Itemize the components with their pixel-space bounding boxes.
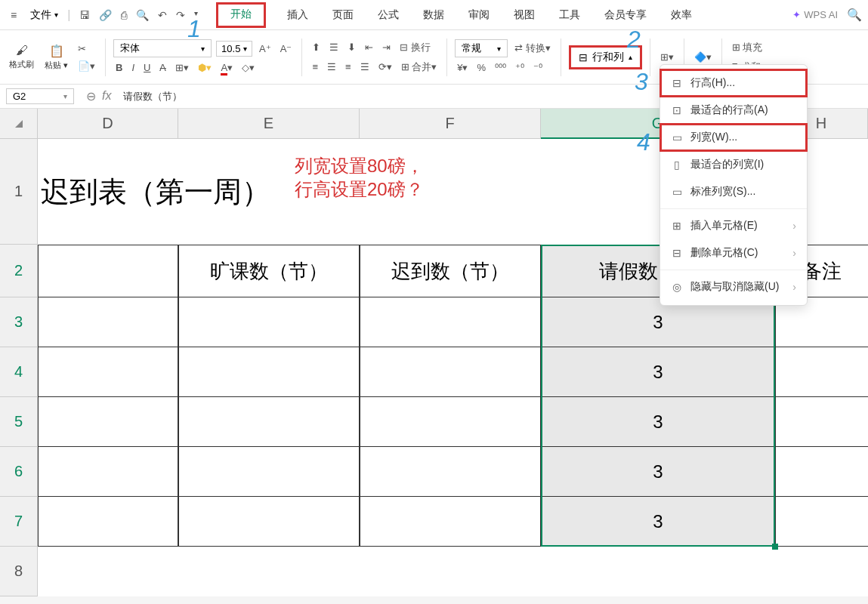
- cell-G6[interactable]: 3: [541, 447, 775, 497]
- dropdown-insert-cells[interactable]: ⊞插入单元格(E)›: [660, 212, 807, 239]
- tab-page[interactable]: 页面: [329, 2, 357, 28]
- align-left-icon[interactable]: ≡: [310, 60, 320, 74]
- cut-icon[interactable]: ✂: [76, 42, 97, 56]
- dropdown-row-height[interactable]: ⊟行高(H)...: [660, 69, 807, 97]
- undo-icon[interactable]: ↶: [158, 9, 167, 21]
- wps-ai-button[interactable]: ✦WPS AI: [792, 9, 838, 20]
- chevron-right-icon: ›: [792, 281, 796, 293]
- delete-cells-icon: ⊟: [671, 247, 683, 259]
- tab-efficiency[interactable]: 效率: [668, 2, 695, 28]
- increase-indent-icon[interactable]: ⇥: [380, 40, 393, 54]
- border-icon[interactable]: ⊞▾: [173, 60, 191, 75]
- quick-access-icons: 🖫 🔗 ⎙ 🔍 ↶ ↷ ▾: [73, 9, 204, 21]
- font-size-select[interactable]: 10.5▾: [216, 41, 252, 57]
- percent-icon[interactable]: %: [474, 60, 488, 75]
- align-center-icon[interactable]: ☰: [325, 60, 338, 74]
- worksheet-icon[interactable]: ⊞▾: [658, 50, 676, 64]
- comma-icon[interactable]: ⁰⁰⁰: [493, 60, 508, 75]
- format-painter-button[interactable]: 🖌格式刷: [6, 41, 37, 73]
- font-color-icon[interactable]: A▾: [218, 60, 235, 75]
- increase-decimal-icon[interactable]: ⁺⁰: [513, 60, 527, 75]
- dropdown-col-width[interactable]: ▭列宽(W)...: [660, 124, 807, 151]
- justify-icon[interactable]: ☰: [358, 60, 372, 74]
- increase-font-icon[interactable]: A⁺: [257, 42, 273, 56]
- convert-button[interactable]: ⇄ 转换▾: [512, 40, 553, 57]
- tab-review[interactable]: 审阅: [465, 2, 493, 28]
- row-header-4[interactable]: 4: [0, 347, 38, 397]
- chevron-down-icon[interactable]: ▾: [194, 9, 198, 21]
- merge-button[interactable]: ⊞ 合并▾: [399, 59, 440, 76]
- currency-icon[interactable]: ¥▾: [455, 60, 470, 75]
- row-header-1[interactable]: 1: [0, 139, 38, 245]
- cell-style-icon[interactable]: 🔷▾: [692, 50, 714, 64]
- number-format-select[interactable]: 常规▾: [455, 39, 508, 57]
- wrap-text-button[interactable]: ⊟ 换行: [397, 39, 433, 56]
- dropdown-hide-unhide[interactable]: ◎隐藏与取消隐藏(U)›: [660, 273, 807, 300]
- copy-icon[interactable]: 📄▾: [76, 59, 97, 73]
- tab-tools[interactable]: 工具: [556, 2, 583, 28]
- clear-format-icon[interactable]: ◇▾: [239, 60, 257, 75]
- row-header-2[interactable]: 2: [0, 245, 38, 297]
- select-all-corner[interactable]: [0, 109, 38, 139]
- row-header-3[interactable]: 3: [0, 297, 38, 347]
- tab-member[interactable]: 会员专享: [601, 2, 650, 28]
- row-col-button[interactable]: ⊟ 行和列 ▴: [569, 45, 642, 69]
- italic-icon[interactable]: I: [129, 60, 137, 75]
- tab-start[interactable]: 开始: [216, 2, 266, 28]
- decrease-decimal-icon[interactable]: ⁻⁰: [531, 60, 545, 75]
- cancel-icon[interactable]: ⊖: [86, 89, 96, 103]
- menu-icon[interactable]: ≡: [6, 6, 21, 24]
- paste-button[interactable]: 📋粘贴 ▾: [42, 41, 71, 74]
- underline-icon[interactable]: U: [141, 60, 153, 75]
- fill-button[interactable]: ⊞ 填充: [730, 39, 765, 56]
- orientation-icon[interactable]: ⟳▾: [376, 60, 394, 74]
- row-height-icon: ⊟: [671, 77, 683, 89]
- header-absent[interactable]: 旷课数（节）: [178, 245, 360, 297]
- header-late[interactable]: 迟到数（节）: [360, 245, 541, 297]
- col-header-F[interactable]: F: [360, 109, 541, 139]
- align-right-icon[interactable]: ≡: [343, 60, 354, 74]
- row-header-5[interactable]: 5: [0, 397, 38, 447]
- row-header-6[interactable]: 6: [0, 447, 38, 497]
- file-menu[interactable]: 文件 ▾: [24, 5, 64, 25]
- row-col-dropdown: ⊟行高(H)... ⊡最适合的行高(A) ▭列宽(W)... ▯最适合的列宽(I…: [659, 64, 808, 306]
- tab-view[interactable]: 视图: [511, 2, 538, 28]
- formula-input[interactable]: 请假数（节）: [117, 90, 188, 103]
- col-header-E[interactable]: E: [178, 109, 360, 139]
- print-icon[interactable]: ⎙: [121, 9, 127, 21]
- col-width-icon: ▭: [671, 131, 683, 143]
- row-header-8[interactable]: 8: [0, 547, 38, 596]
- cell-G4[interactable]: 3: [541, 347, 775, 397]
- tab-formula[interactable]: 公式: [375, 2, 402, 28]
- search-icon[interactable]: 🔍: [847, 8, 862, 22]
- col-header-D[interactable]: D: [38, 109, 178, 139]
- link-icon[interactable]: 🔗: [99, 9, 112, 21]
- fx-icon[interactable]: fx: [102, 89, 111, 103]
- autofit-row-icon: ⊡: [671, 104, 683, 116]
- cell-G5[interactable]: 3: [541, 397, 775, 447]
- dropdown-delete-cells[interactable]: ⊟删除单元格(C)›: [660, 239, 807, 267]
- tab-insert[interactable]: 插入: [284, 2, 311, 28]
- tab-data[interactable]: 数据: [420, 2, 447, 28]
- font-name-select[interactable]: 宋体▾: [113, 39, 212, 57]
- dropdown-autofit-row[interactable]: ⊡最适合的行高(A): [660, 97, 807, 124]
- dropdown-autofit-col[interactable]: ▯最适合的列宽(I): [660, 151, 807, 178]
- title-cell[interactable]: 迟到表（第一周）: [38, 139, 503, 245]
- decrease-font-icon[interactable]: A⁻: [278, 42, 295, 56]
- cell-reference-box[interactable]: G2▾: [6, 88, 74, 104]
- fill-handle[interactable]: [772, 544, 778, 550]
- save-icon[interactable]: 🖫: [79, 9, 90, 21]
- dropdown-standard-width[interactable]: ▭标准列宽(S)...: [660, 178, 807, 205]
- cell-G7[interactable]: 3: [541, 497, 775, 547]
- bold-icon[interactable]: B: [113, 60, 125, 75]
- align-bottom-icon[interactable]: ⬇: [345, 40, 358, 54]
- strikethrough-icon[interactable]: A̶: [157, 60, 168, 75]
- row-header-7[interactable]: 7: [0, 497, 38, 547]
- fill-color-icon[interactable]: ⬢▾: [196, 60, 214, 75]
- decrease-indent-icon[interactable]: ⇤: [363, 40, 375, 54]
- redo-icon[interactable]: ↷: [176, 9, 185, 21]
- preview-icon[interactable]: 🔍: [136, 9, 149, 21]
- chevron-right-icon: ›: [792, 220, 796, 232]
- align-middle-icon[interactable]: ☰: [327, 40, 341, 54]
- align-top-icon[interactable]: ⬆: [310, 40, 323, 54]
